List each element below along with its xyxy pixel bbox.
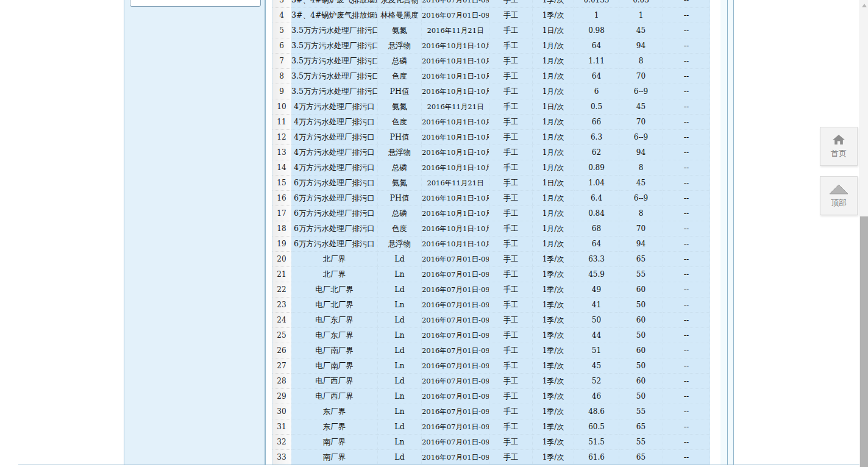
- cell-monitor-method: 手工: [489, 115, 533, 130]
- cell-monitor-frequency: 1季/次: [533, 282, 574, 298]
- cell-row-number: 9: [272, 84, 291, 99]
- table-row: 25电厂东厂界Ln2016年07月01日-09手工1季/次4450--: [272, 328, 710, 343]
- cell-monitor-value: 6.4: [574, 191, 619, 206]
- table-row: 29电厂西厂界Ln2016年07月01日-09手工1季/次4650--: [272, 389, 710, 404]
- cell-remark: --: [663, 328, 710, 343]
- cell-monitor-frequency: 1月/次: [533, 130, 574, 145]
- cell-monitor-date: 2016年10月1日-10月: [422, 221, 489, 237]
- cell-monitor-method: 手工: [489, 435, 533, 450]
- cell-monitor-point: 北厂界: [291, 267, 378, 282]
- cell-monitor-method: 手工: [489, 130, 533, 145]
- cell-pollutant: Ln: [378, 389, 422, 404]
- cell-monitor-value: 1.04: [574, 176, 619, 191]
- cell-monitor-point: 4万方污水处理厂排污口: [291, 160, 378, 176]
- cell-remark: --: [663, 404, 710, 419]
- cell-remark: --: [663, 160, 710, 176]
- cell-pollutant: 悬浮物: [378, 38, 422, 54]
- cell-monitor-method: 手工: [489, 176, 533, 191]
- cell-remark: --: [663, 282, 710, 298]
- cell-monitor-method: 手工: [489, 343, 533, 358]
- sidebar-top-box: [130, 0, 261, 7]
- home-button[interactable]: 首页: [820, 127, 858, 166]
- container-border-outer: [733, 0, 734, 465]
- cell-monitor-value: 60.5: [574, 419, 619, 435]
- cell-monitor-frequency: 1季/次: [533, 389, 574, 404]
- cell-remark: --: [663, 343, 710, 358]
- cell-monitor-value: 0.84: [574, 206, 619, 221]
- cell-monitor-frequency: 1月/次: [533, 237, 574, 252]
- cell-pollutant: PH值: [378, 130, 422, 145]
- cell-monitor-date: 2016年07月01日-09: [422, 450, 489, 465]
- cell-monitor-value: 52: [574, 374, 619, 389]
- cell-monitor-point: 3.5万方污水处理厂排污口: [291, 54, 378, 69]
- table-row: 186万方污水处理厂排污口色度2016年10月1日-10月手工1月/次6870-…: [272, 221, 710, 237]
- cell-monitor-point: 6万方污水处理厂排污口: [291, 206, 378, 221]
- scrollbar-thumb[interactable]: [860, 216, 868, 467]
- cell-monitor-date: 2016年07月01日-09: [422, 374, 489, 389]
- cell-monitor-date: 2016年10月1日-10月: [422, 84, 489, 99]
- cell-row-number: 27: [272, 358, 291, 374]
- cell-standard-limit: 70: [619, 69, 663, 84]
- table-row: 20北厂界Ld2016年07月01日-09手工1季/次63.365--: [272, 252, 710, 267]
- cell-monitor-point: 6万方污水处理厂排污口: [291, 237, 378, 252]
- cell-standard-limit: 65: [619, 419, 663, 435]
- cell-monitor-point: 电厂北厂界: [291, 282, 378, 298]
- cell-monitor-date: 2016年07月01日-09: [422, 0, 489, 8]
- cell-pollutant: 悬浮物: [378, 237, 422, 252]
- cell-monitor-point: 4万方污水处理厂排污口: [291, 145, 378, 160]
- cell-monitor-point: 电厂西厂界: [291, 374, 378, 389]
- cell-pollutant: PH值: [378, 84, 422, 99]
- cell-row-number: 31: [272, 419, 291, 435]
- cell-monitor-value: 0.89: [574, 160, 619, 176]
- cell-monitor-value: 64: [574, 237, 619, 252]
- cell-monitor-date: 2016年10月1日-10月: [422, 38, 489, 54]
- cell-monitor-point: 电厂西厂界: [291, 389, 378, 404]
- cell-remark: --: [663, 313, 710, 328]
- cell-standard-limit: 8: [619, 206, 663, 221]
- cell-standard-limit: 45: [619, 99, 663, 115]
- table-row: 63.5万方污水处理厂排污口悬浮物2016年10月1日-10月手工1月/次649…: [272, 38, 710, 54]
- cell-monitor-point: 4万方污水处理厂排污口: [291, 99, 378, 115]
- cell-monitor-value: 50: [574, 313, 619, 328]
- cell-standard-limit: 60: [619, 313, 663, 328]
- table-row: 93.5万方污水处理厂排污口PH值2016年10月1日-10月手工1月/次66-…: [272, 84, 710, 99]
- cell-standard-limit: 6--9: [619, 130, 663, 145]
- cell-monitor-frequency: 1月/次: [533, 115, 574, 130]
- cell-pollutant: Ld: [378, 419, 422, 435]
- cell-monitor-method: 手工: [489, 313, 533, 328]
- cell-monitor-value: 62: [574, 145, 619, 160]
- cell-pollutant: Ln: [378, 267, 422, 282]
- cell-pollutant: Ln: [378, 298, 422, 313]
- scrollbar-up-arrow-icon[interactable]: [862, 4, 867, 7]
- cell-row-number: 10: [272, 99, 291, 115]
- cell-remark: --: [663, 298, 710, 313]
- cell-monitor-point: 3#、4#锅炉废气排放烟道: [291, 8, 378, 23]
- cell-row-number: 22: [272, 282, 291, 298]
- cell-monitor-date: 2016年07月01日-09: [422, 435, 489, 450]
- cell-standard-limit: 94: [619, 237, 663, 252]
- cell-row-number: 8: [272, 69, 291, 84]
- cell-monitor-date: 2016年07月01日-09: [422, 8, 489, 23]
- cell-standard-limit: 50: [619, 358, 663, 374]
- cell-row-number: 30: [272, 404, 291, 419]
- cell-row-number: 29: [272, 389, 291, 404]
- cell-monitor-value: 1.11: [574, 54, 619, 69]
- cell-monitor-value: 44: [574, 328, 619, 343]
- cell-monitor-method: 手工: [489, 404, 533, 419]
- cell-remark: --: [663, 115, 710, 130]
- back-to-top-button[interactable]: 顶部: [820, 176, 858, 215]
- cell-monitor-frequency: 1月/次: [533, 69, 574, 84]
- cell-monitor-date: 2016年10月1日-10月: [422, 130, 489, 145]
- vertical-scrollbar[interactable]: [859, 0, 868, 467]
- cell-monitor-frequency: 1日/次: [533, 176, 574, 191]
- cell-standard-limit: 0.03: [619, 0, 663, 8]
- cell-monitor-date: 2016年07月01日-09: [422, 389, 489, 404]
- cell-remark: --: [663, 176, 710, 191]
- cell-pollutant: 林格曼黑度: [378, 8, 422, 23]
- cell-monitor-method: 手工: [489, 450, 533, 465]
- cell-monitor-frequency: 1季/次: [533, 358, 574, 374]
- cell-monitor-point: 4万方污水处理厂排污口: [291, 130, 378, 145]
- cell-monitor-date: 2016年07月01日-09: [422, 328, 489, 343]
- cell-row-number: 4: [272, 8, 291, 23]
- table-row: 24电厂东厂界Ld2016年07月01日-09手工1季/次5060--: [272, 313, 710, 328]
